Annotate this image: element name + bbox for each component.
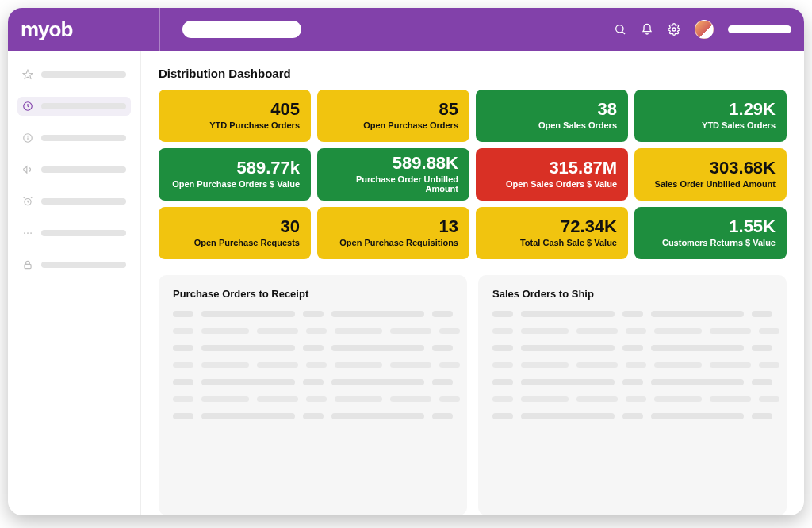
card-open-so-value[interactable]: 315.87M Open Sales Orders $ Value xyxy=(476,148,628,201)
card-open-purchase-orders[interactable]: 85 Open Purchase Orders xyxy=(317,90,469,142)
card-ytd-sales-orders[interactable]: 1.29K YTD Sales Orders xyxy=(634,90,787,142)
card-label: Purchase Order Unbilled Amount xyxy=(328,174,458,193)
info-icon xyxy=(22,132,33,143)
table-panels: Purchase Orders to Receipt Sales Orders … xyxy=(159,275,787,515)
card-value: 589.88K xyxy=(328,154,458,173)
avatar[interactable] xyxy=(695,20,714,39)
megaphone-icon xyxy=(22,164,33,175)
card-open-purchase-requisitions[interactable]: 13 Open Purchase Requisitions xyxy=(317,207,469,259)
panel-sales-orders-to-ship: Sales Orders to Ship xyxy=(478,275,787,515)
card-value: 1.55K xyxy=(645,217,776,236)
star-icon xyxy=(22,69,33,80)
sidebar-item-4[interactable] xyxy=(17,160,131,179)
card-po-unbilled[interactable]: 589.88K Purchase Order Unbilled Amount xyxy=(317,148,469,201)
brand-logo[interactable]: myob xyxy=(21,17,72,42)
card-total-cash-sale[interactable]: 72.34K Total Cash Sale $ Value xyxy=(476,207,628,259)
panel-title: Sales Orders to Ship xyxy=(492,288,772,300)
card-value: 30 xyxy=(170,217,300,236)
panel-body-placeholder xyxy=(492,311,772,419)
kpi-row-1: 405 YTD Purchase Orders 85 Open Purchase… xyxy=(159,90,787,142)
svg-point-7 xyxy=(28,136,29,136)
kpi-row-3: 30 Open Purchase Requests 13 Open Purcha… xyxy=(159,207,787,259)
main-content: Distribution Dashboard 405 YTD Purchase … xyxy=(141,51,804,515)
svg-point-2 xyxy=(672,28,676,31)
card-label: YTD Sales Orders xyxy=(645,121,776,130)
panel-purchase-orders-to-receipt: Purchase Orders to Receipt xyxy=(159,275,467,515)
logo-container: myob xyxy=(21,17,144,42)
alarm-icon xyxy=(22,196,33,207)
sidebar-item-3[interactable] xyxy=(17,128,131,147)
user-name-placeholder xyxy=(728,25,791,33)
card-label: Customers Returns $ Value xyxy=(645,238,776,247)
app-window: myob xyxy=(8,8,804,515)
card-value: 1.29K xyxy=(645,100,776,119)
sidebar-item-2[interactable] xyxy=(17,97,131,116)
card-value: 303.68K xyxy=(645,159,776,178)
sidebar-item-6[interactable] xyxy=(17,224,131,243)
sidebar-item-1[interactable] xyxy=(17,65,131,84)
card-ytd-purchase-orders[interactable]: 405 YTD Purchase Orders xyxy=(159,90,311,142)
svg-point-11 xyxy=(30,232,32,234)
card-label: Open Sales Orders $ Value xyxy=(487,179,617,189)
card-label: Open Purchase Orders xyxy=(328,121,458,130)
card-label: Open Purchase Requisitions xyxy=(328,238,458,247)
card-open-po-value[interactable]: 589.77k Open Purchase Orders $ Value xyxy=(159,148,311,201)
svg-point-0 xyxy=(616,25,623,33)
card-label: YTD Purchase Orders xyxy=(170,121,300,130)
card-open-purchase-requests[interactable]: 30 Open Purchase Requests xyxy=(159,207,311,259)
svg-point-10 xyxy=(27,232,29,234)
more-icon xyxy=(22,228,33,239)
card-value: 38 xyxy=(487,100,617,119)
panel-title: Purchase Orders to Receipt xyxy=(173,288,453,300)
bell-icon[interactable] xyxy=(641,23,653,36)
topbar: myob xyxy=(8,8,804,51)
card-label: Open Purchase Requests xyxy=(170,238,300,247)
sidebar-item-5[interactable] xyxy=(17,192,131,211)
card-label: Open Purchase Orders $ Value xyxy=(170,179,300,189)
search-input[interactable] xyxy=(182,21,301,38)
card-value: 405 xyxy=(170,100,300,119)
card-label: Total Cash Sale $ Value xyxy=(487,238,617,247)
card-value: 13 xyxy=(328,217,458,236)
lock-icon xyxy=(22,259,33,270)
svg-rect-12 xyxy=(25,264,31,268)
card-value: 72.34K xyxy=(487,217,617,236)
sidebar-item-7[interactable] xyxy=(17,255,131,274)
sidebar xyxy=(8,51,141,515)
page-title: Distribution Dashboard xyxy=(159,67,787,80)
topbar-actions xyxy=(614,20,791,39)
card-open-sales-orders[interactable]: 38 Open Sales Orders xyxy=(476,90,628,142)
panel-body-placeholder xyxy=(173,311,453,419)
search-icon[interactable] xyxy=(614,23,626,36)
card-customer-returns[interactable]: 1.55K Customers Returns $ Value xyxy=(634,207,787,259)
card-value: 315.87M xyxy=(487,159,617,178)
card-value: 589.77k xyxy=(170,159,300,178)
gear-icon[interactable] xyxy=(668,23,680,36)
svg-line-1 xyxy=(622,32,625,34)
topbar-divider xyxy=(159,8,160,51)
svg-marker-3 xyxy=(23,70,33,78)
clock-icon xyxy=(22,101,33,112)
card-label: Open Sales Orders xyxy=(487,121,617,130)
kpi-row-2: 589.77k Open Purchase Orders $ Value 589… xyxy=(159,148,787,201)
card-label: Sales Order Unbilled Amount xyxy=(645,179,776,189)
card-so-unbilled[interactable]: 303.68K Sales Order Unbilled Amount xyxy=(634,148,787,201)
card-value: 85 xyxy=(328,100,458,119)
svg-point-9 xyxy=(24,232,25,234)
